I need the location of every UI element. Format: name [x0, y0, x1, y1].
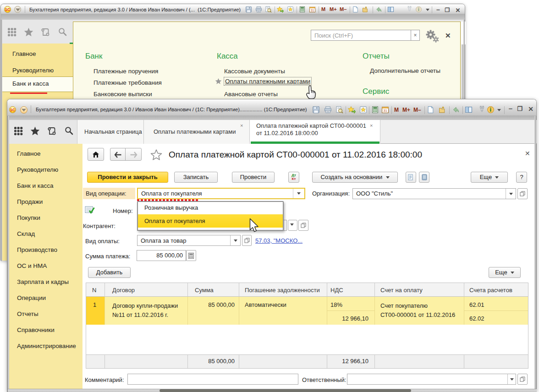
svg-text:31: 31 [311, 9, 314, 12]
svg-text:31: 31 [383, 109, 387, 113]
